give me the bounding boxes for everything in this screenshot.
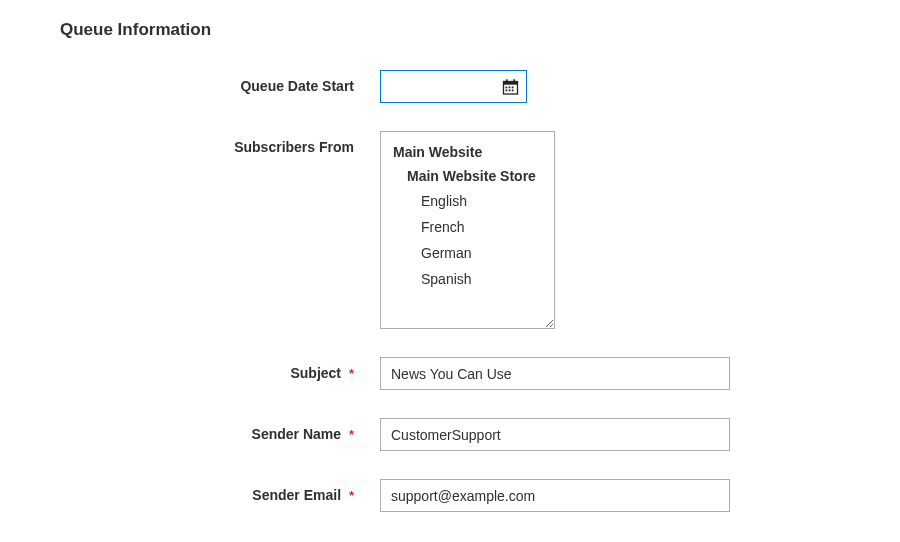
- svg-rect-9: [512, 89, 514, 91]
- required-marker: *: [349, 427, 354, 442]
- label-sender-email: Sender Email *: [60, 479, 380, 503]
- required-marker: *: [349, 366, 354, 381]
- row-subscribers-from: Subscribers From * Main Website Main Web…: [60, 131, 900, 329]
- subject-input[interactable]: [380, 357, 730, 390]
- date-input-wrap: [380, 70, 527, 103]
- listbox-option[interactable]: English: [381, 188, 554, 214]
- required-marker: *: [349, 488, 354, 503]
- row-sender-name: Sender Name *: [60, 418, 900, 451]
- listbox-option[interactable]: German: [381, 240, 554, 266]
- svg-rect-4: [506, 86, 508, 88]
- listbox-website: Main Website: [381, 140, 554, 164]
- label-subject: Subject *: [60, 357, 380, 381]
- listbox-option[interactable]: Spanish: [381, 266, 554, 292]
- label-text: Subscribers From: [234, 139, 354, 155]
- label-text: Subject: [290, 365, 341, 381]
- listbox-option[interactable]: French: [381, 214, 554, 240]
- label-sender-name: Sender Name *: [60, 418, 380, 442]
- svg-rect-5: [509, 86, 511, 88]
- calendar-icon[interactable]: [502, 78, 519, 95]
- svg-rect-8: [509, 89, 511, 91]
- label-queue-date-start: Queue Date Start *: [60, 70, 380, 94]
- sender-email-input[interactable]: [380, 479, 730, 512]
- row-sender-email: Sender Email *: [60, 479, 900, 512]
- label-text: Sender Name: [252, 426, 341, 442]
- subscribers-from-listbox[interactable]: Main Website Main Website Store English …: [380, 131, 555, 329]
- section-title: Queue Information: [60, 20, 900, 40]
- label-subscribers-from: Subscribers From *: [60, 131, 380, 155]
- row-subject: Subject *: [60, 357, 900, 390]
- listbox-store: Main Website Store: [381, 164, 554, 188]
- svg-rect-6: [512, 86, 514, 88]
- sender-name-input[interactable]: [380, 418, 730, 451]
- row-queue-date-start: Queue Date Start *: [60, 70, 900, 103]
- svg-rect-7: [506, 89, 508, 91]
- svg-rect-2: [506, 79, 508, 82]
- label-text: Queue Date Start: [240, 78, 354, 94]
- svg-rect-3: [513, 79, 515, 82]
- svg-rect-1: [504, 81, 518, 84]
- label-text: Sender Email: [252, 487, 341, 503]
